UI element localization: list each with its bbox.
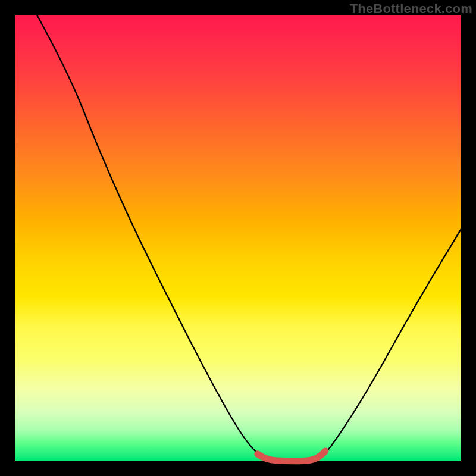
- optimal-range-highlight: [258, 451, 325, 461]
- curve-overlay: [15, 15, 461, 461]
- chart-frame: TheBottleneck.com: [0, 0, 476, 476]
- bottleneck-curve: [37, 15, 461, 461]
- highlight-start-dot: [255, 451, 261, 458]
